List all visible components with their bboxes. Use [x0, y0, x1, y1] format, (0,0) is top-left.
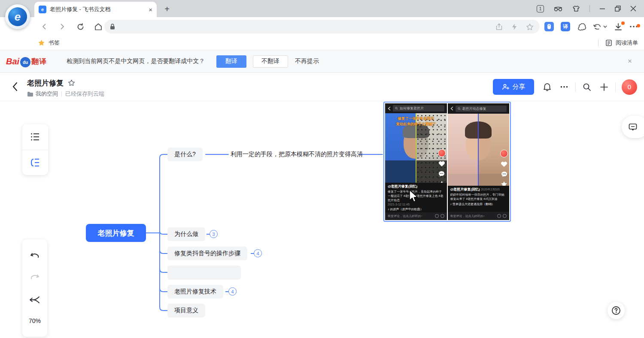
video-music-title: ♪ 世界这么大还是遇见你（翻唱） — [450, 202, 507, 206]
canvas-controls-panel: 70% — [22, 239, 47, 337]
video-search-text: 如何修复老照片 — [400, 106, 424, 111]
more-options-button[interactable] — [556, 79, 573, 95]
undo-button[interactable] — [30, 252, 39, 260]
comment-input-bar: 有爱评论，说点儿好听的~ — [385, 212, 447, 220]
mindmap-canvas[interactable]: 70% 老照片修复 是什么? 利用一定的手段，把原本模糊不清的照片变得高清 为什… — [0, 101, 644, 338]
menu-button[interactable] — [629, 25, 638, 28]
flash-speed-icon[interactable] — [511, 23, 517, 30]
mindmap-detail-text[interactable]: 利用一定的手段，把原本模糊不清的照片变得高清 — [231, 151, 363, 158]
save-status: 已经保存到云端 — [65, 90, 104, 98]
reload-button[interactable] — [74, 20, 87, 33]
header-divider — [575, 82, 576, 92]
yellow-star-icon — [38, 39, 45, 46]
search-button[interactable] — [578, 79, 595, 95]
collapse-branches-button[interactable] — [29, 295, 40, 305]
translate-button[interactable]: 翻译 — [216, 55, 246, 68]
dont-remind-button[interactable]: 不再提示 — [295, 57, 319, 65]
mindmap-node-empty[interactable] — [167, 266, 241, 280]
collapsed-count-badge[interactable]: 3 — [210, 230, 218, 238]
emoji-icon — [503, 214, 507, 218]
bookmarks-bar: 书签 阅读清单 — [0, 36, 644, 50]
create-new-button[interactable] — [595, 79, 613, 95]
new-tab-button[interactable]: + — [161, 3, 173, 15]
mindmap-node-steps[interactable]: 修复类抖音号的操作步骤 — [167, 247, 247, 260]
comment-input-bar: 有爱评论，说点儿好听的~ — [448, 212, 510, 220]
share-button[interactable]: 分享 — [493, 79, 534, 95]
folder-icon — [27, 91, 33, 97]
like-heart-icon — [438, 161, 445, 167]
user-avatar[interactable]: 0 — [622, 79, 637, 95]
browser-tab[interactable]: e 老照片修复 - 飞书云文档 × — [34, 2, 157, 17]
reading-list-button[interactable]: 阅读清单 — [598, 39, 638, 47]
doc-space-breadcrumb[interactable]: 我的空间 — [27, 90, 58, 98]
tab-close-icon[interactable]: × — [149, 6, 152, 13]
browser-logo[interactable]: e — [5, 4, 30, 29]
mindmap-root-node[interactable]: 老照片修复 — [86, 224, 146, 242]
baidu-translate-logo: Bai du 翻译 — [6, 56, 47, 66]
send-to-device-icon[interactable] — [495, 23, 503, 30]
collapsed-count-badge[interactable]: 4 — [228, 287, 237, 296]
collapsed-count-badge[interactable]: 4 — [254, 249, 262, 257]
mouse-gesture-icon[interactable] — [544, 22, 554, 31]
reading-list-icon — [605, 39, 612, 46]
redo-button[interactable] — [30, 273, 39, 282]
address-bar[interactable] — [104, 20, 540, 33]
window-controls-divider — [589, 5, 590, 12]
split-face-photo-man: 修复了一张爷爷老照片 竟动起来的样子太震撼了 — [385, 113, 447, 183]
video-search-text: 老照片动态修复 — [462, 106, 486, 111]
bookmark-item[interactable]: 书签 — [38, 39, 60, 47]
zoom-level[interactable]: 70% — [29, 317, 41, 324]
help-button[interactable] — [608, 302, 625, 319]
downloads-button[interactable] — [614, 23, 623, 31]
video-username: @老照片修复(回忆) — [388, 184, 444, 189]
douyin-screenshot-right: 老照片动态修复 — [448, 103, 510, 220]
video-search-icon — [458, 107, 461, 110]
mindmap-image-node-selected[interactable]: 如何修复老照片 修复了一张爷爷老照片 竟动起来的样子太震撼了 — [383, 102, 511, 222]
baidu-translate-bar: Bai du 翻译 检测到当前网页不是中文网页，是否要翻译成中文？ 翻译 不翻译… — [0, 50, 644, 73]
comments-panel-button[interactable] — [622, 116, 644, 138]
notifications-button[interactable] — [538, 79, 556, 95]
bookmark-star-icon[interactable] — [526, 23, 534, 30]
creator-avatar-icon — [500, 150, 508, 157]
extensions-icon[interactable] — [577, 22, 586, 31]
close-window-button[interactable] — [630, 6, 636, 12]
video-description: 奶奶年轻时候唯一保存的照片，专门帮她修复出来了 #老照片修复 #武汉加油 — [450, 193, 507, 201]
translate-message: 检测到当前网页不是中文网页，是否要翻译成中文？ — [67, 57, 205, 65]
question-mark-icon — [611, 306, 621, 315]
forward-button[interactable] — [56, 20, 69, 33]
feishu-doc-favicon-icon: e — [39, 6, 46, 13]
mindmap-node-meaning[interactable]: 项目意义 — [167, 304, 205, 317]
mindmap-view-button[interactable] — [22, 150, 48, 175]
comment-bubble-icon — [438, 171, 445, 177]
video-search-icon — [395, 107, 398, 110]
video-title-overlay: 修复了一张爷爷老照片 竟动起来的样子太震撼了 — [385, 116, 447, 127]
home-button[interactable] — [92, 20, 105, 33]
theme-skin-icon[interactable] — [572, 5, 580, 12]
share-people-icon — [502, 84, 510, 90]
douyin-action-rail — [500, 150, 508, 186]
bookmarks-divider — [598, 39, 598, 46]
favorite-star-icon[interactable] — [68, 79, 75, 87]
recently-closed-button[interactable] — [593, 23, 607, 30]
tab-count-button[interactable]: 1 — [537, 5, 544, 12]
no-translate-button[interactable]: 不翻译 — [253, 55, 288, 68]
back-button[interactable] — [38, 20, 51, 33]
doc-back-button[interactable] — [11, 81, 19, 92]
translate-page-icon[interactable]: 译 — [561, 22, 570, 31]
doc-space-label: 我的空间 — [36, 90, 58, 98]
comment-bubble-icon — [501, 171, 507, 177]
mindmap-node-tech[interactable]: 老照片修复技术 — [167, 285, 223, 299]
mention-icon — [435, 214, 439, 218]
mindmap-node-why[interactable]: 为什么做 — [167, 227, 205, 241]
mindmap-node-what[interactable]: 是什么? — [167, 148, 203, 161]
bookmark-label: 书签 — [49, 39, 60, 47]
incognito-icon[interactable] — [553, 5, 563, 12]
comment-placeholder: 有爱评论，说点儿好听的~ — [450, 214, 496, 218]
restore-window-button[interactable] — [615, 6, 621, 12]
minimize-button[interactable] — [599, 6, 605, 12]
translate-bar-close-icon[interactable]: × — [628, 57, 632, 66]
outline-list-icon — [30, 133, 40, 141]
outline-view-button[interactable] — [22, 124, 48, 150]
lock-icon — [109, 23, 115, 30]
mindmap-view-icon — [30, 158, 40, 167]
